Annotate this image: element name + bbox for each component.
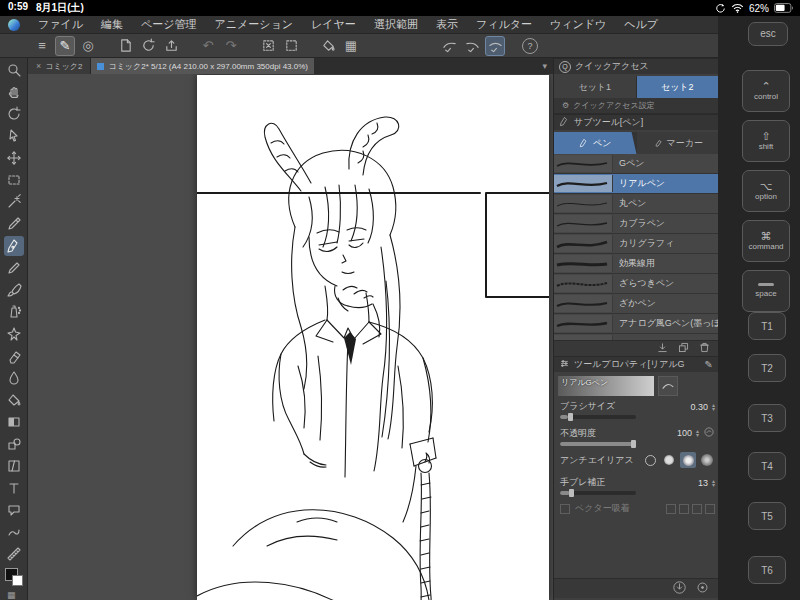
gradient-tool-icon[interactable]	[4, 412, 24, 432]
brush-tool-icon[interactable]	[4, 280, 24, 300]
color-set-icon[interactable]: ▦	[7, 590, 16, 600]
key-command[interactable]: ⌘command	[742, 220, 790, 262]
decoration-tool-icon[interactable]	[4, 324, 24, 344]
brush-stroke-icon[interactable]	[658, 376, 678, 396]
balloon-tool-icon[interactable]	[4, 500, 24, 520]
key-t3[interactable]: T3	[748, 404, 786, 432]
key-control[interactable]: ⌃control	[742, 70, 790, 112]
rotate-canvas-tool-icon[interactable]	[4, 104, 24, 124]
ruler-tool-icon[interactable]	[4, 544, 24, 564]
set1-tab[interactable]: セット1	[554, 76, 637, 98]
menu-edit[interactable]: 編集	[101, 17, 123, 32]
brush-item-calligraphy[interactable]: カリグラフィ	[554, 234, 719, 254]
menu-file[interactable]: ファイル	[38, 17, 83, 32]
key-esc[interactable]: esc	[748, 22, 788, 46]
brush-item-analog-g-pen[interactable]: アナログ風Gペン(墨っぽい)	[554, 314, 719, 334]
menu-selection[interactable]: 選択範囲	[374, 17, 418, 32]
marker-group-tab[interactable]: マーカー	[637, 132, 720, 154]
trash-icon[interactable]	[698, 341, 711, 356]
canvas-tab[interactable]: コミック2* 5/12 (A4 210.00 x 297.00mm 350dpi…	[91, 58, 314, 74]
set2-tab[interactable]: セット2	[637, 76, 720, 98]
pencil-tool-icon[interactable]	[4, 258, 24, 278]
brush-item-real-pen[interactable]: リアルペン	[554, 174, 719, 194]
menu-window[interactable]: ウィンドウ	[550, 17, 606, 32]
brush-preview[interactable]: リアルGペン	[558, 376, 654, 396]
opacity-stepper[interactable]: ▴▾	[696, 429, 699, 437]
touch-gesture-icon[interactable]: ◎	[78, 36, 98, 56]
stabilization-slider[interactable]	[560, 491, 636, 495]
stroke-exit-toggle[interactable]	[462, 36, 482, 56]
options-icon[interactable]	[696, 581, 709, 596]
opacity-slider[interactable]	[560, 442, 636, 446]
brush-size-slider[interactable]	[560, 415, 636, 419]
key-shift[interactable]: ⇧shift	[742, 120, 790, 162]
brush-item-g-pen[interactable]: Gペン	[554, 154, 719, 174]
sub-color-swatch[interactable]	[12, 575, 23, 586]
fill-tool-icon[interactable]	[4, 390, 24, 410]
vector-snap-checkbox[interactable]	[560, 504, 570, 514]
pen-group-tab[interactable]: ペン	[554, 132, 637, 154]
menu-filter[interactable]: フィルター	[476, 17, 532, 32]
fill-icon[interactable]	[318, 36, 338, 56]
canvas-area[interactable]	[28, 74, 553, 600]
edit-pen-icon[interactable]: ✎	[705, 359, 719, 370]
line-correct-tool-icon[interactable]	[4, 522, 24, 542]
brush-item-maru-pen[interactable]: 丸ペン	[554, 194, 719, 214]
menu-layer[interactable]: レイヤー	[311, 17, 356, 32]
import-icon[interactable]	[656, 341, 669, 356]
key-t4[interactable]: T4	[748, 452, 786, 480]
export-icon[interactable]	[161, 36, 181, 56]
frame-border-tool-icon[interactable]	[4, 456, 24, 476]
blend-tool-icon[interactable]	[4, 368, 24, 388]
page-list-tab[interactable]: × コミック2	[28, 58, 91, 74]
quick-access-header[interactable]: Q クイックアクセス	[554, 58, 719, 74]
deselect-icon[interactable]	[258, 36, 278, 56]
pressure-source-icon[interactable]	[703, 426, 715, 440]
stabilization-stepper[interactable]: ▴▾	[712, 479, 715, 487]
menu-page-manage[interactable]: ページ管理	[141, 17, 197, 32]
stroke-both-toggle[interactable]	[485, 36, 505, 56]
subtool-header[interactable]: サブツール[ペン]	[554, 114, 719, 130]
new-page-icon[interactable]	[115, 36, 135, 56]
key-option[interactable]: ⌥option	[742, 170, 790, 212]
register-default-icon[interactable]	[673, 581, 686, 596]
marquee-select-tool-icon[interactable]	[4, 170, 24, 190]
key-space[interactable]: space	[742, 270, 790, 312]
tool-property-header[interactable]: ツールプロパティ[リアルG ✎	[554, 356, 719, 372]
brush-size-stepper[interactable]: ▴▾	[712, 403, 715, 411]
figure-tool-icon[interactable]	[4, 434, 24, 454]
pen-settings-icon[interactable]: ✎	[55, 36, 75, 56]
rotate-canvas-icon[interactable]	[138, 36, 158, 56]
key-t6[interactable]: T6	[748, 556, 786, 584]
antialias-strong[interactable]	[699, 452, 715, 468]
menu-help[interactable]: ヘルプ	[624, 17, 658, 32]
hand-tool-icon[interactable]	[4, 82, 24, 102]
key-t5[interactable]: T5	[748, 502, 786, 530]
operation-tool-icon[interactable]	[4, 126, 24, 146]
menu-animation[interactable]: アニメーション	[215, 17, 294, 32]
grid-icon[interactable]: ▦	[341, 36, 361, 56]
select-area-icon[interactable]	[281, 36, 301, 56]
airbrush-tool-icon[interactable]	[4, 302, 24, 322]
brush-item-rough-pen[interactable]: ざらつきペン	[554, 274, 719, 294]
antialias-none[interactable]	[642, 452, 658, 468]
eraser-tool-icon[interactable]	[4, 346, 24, 366]
clip-studio-logo[interactable]	[8, 19, 20, 31]
zoom-tool-icon[interactable]	[4, 60, 24, 80]
undo-icon[interactable]: ↶	[198, 36, 218, 56]
eyedropper-tool-icon[interactable]	[4, 214, 24, 234]
move-layer-tool-icon[interactable]	[4, 148, 24, 168]
redo-icon[interactable]: ↷	[221, 36, 241, 56]
hamburger-menu-icon[interactable]: ≡	[32, 36, 52, 56]
quick-access-settings-row[interactable]: ⚙ クイックアクセス設定	[554, 98, 719, 114]
brush-item-effect-line[interactable]: 効果線用	[554, 254, 719, 274]
key-t1[interactable]: T1	[748, 312, 786, 340]
duplicate-icon[interactable]	[677, 341, 690, 356]
key-t2[interactable]: T2	[748, 354, 786, 382]
pen-tool-icon[interactable]	[4, 236, 24, 256]
antialias-weak[interactable]	[661, 452, 677, 468]
stroke-entry-toggle[interactable]	[439, 36, 459, 56]
menu-view[interactable]: 表示	[436, 17, 458, 32]
drawing-page[interactable]	[197, 75, 549, 600]
help-icon[interactable]: ?	[522, 38, 538, 54]
